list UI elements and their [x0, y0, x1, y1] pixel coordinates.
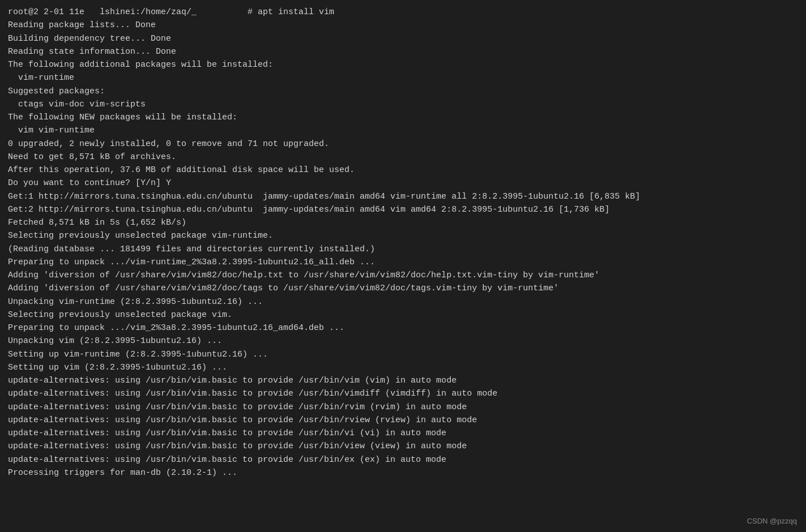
terminal-line-18: Selecting previously unselected package … [8, 229, 798, 242]
terminal-line-28: Setting up vim (2:8.2.3995-1ubuntu2.16) … [8, 361, 798, 374]
terminal-line-21: Adding 'diversion of /usr/share/vim/vim8… [8, 269, 798, 282]
terminal-line-11: 0 upgraded, 2 newly installed, 0 to remo… [8, 138, 798, 151]
terminal-line-34: update-alternatives: using /usr/bin/vim.… [8, 440, 798, 453]
terminal-line-29: update-alternatives: using /usr/bin/vim.… [8, 374, 798, 387]
terminal-line-2: Reading package lists... Done [8, 19, 798, 32]
terminal-line-20: Preparing to unpack .../vim-runtime_2%3a… [8, 256, 798, 269]
terminal-line-22: Adding 'diversion of /usr/share/vim/vim8… [8, 282, 798, 295]
terminal-line-4: Reading state information... Done [8, 45, 798, 58]
terminal-line-19: (Reading database ... 181499 files and d… [8, 243, 798, 256]
terminal-line-9: The following NEW packages will be insta… [8, 111, 798, 124]
terminal-line-31: update-alternatives: using /usr/bin/vim.… [8, 401, 798, 414]
terminal-window: root@2 2-01 11e lshinei:/home/zaq/_ # ap… [0, 0, 806, 532]
terminal-line-17: Fetched 8,571 kB in 5s (1,652 kB/s) [8, 216, 798, 229]
terminal-line-36: Processing triggers for man-db (2.10.2-1… [8, 466, 798, 479]
terminal-line-8: ctags vim-doc vim-scripts [8, 98, 798, 111]
terminal-line-33: update-alternatives: using /usr/bin/vim.… [8, 427, 798, 440]
terminal-line-24: Selecting previously unselected package … [8, 308, 798, 321]
terminal-line-12: Need to get 8,571 kB of archives. [8, 151, 798, 164]
terminal-line-7: Suggested packages: [8, 85, 798, 98]
terminal-line-5: The following additional packages will b… [8, 58, 798, 71]
terminal-line-32: update-alternatives: using /usr/bin/vim.… [8, 414, 798, 427]
terminal-line-23: Unpacking vim-runtime (2:8.2.3995-1ubunt… [8, 295, 798, 308]
terminal-line-15: Get:1 http://mirrors.tuna.tsinghua.edu.c… [8, 190, 798, 203]
terminal-line-35: update-alternatives: using /usr/bin/vim.… [8, 453, 798, 466]
terminal-line-27: Setting up vim-runtime (2:8.2.3995-1ubun… [8, 348, 798, 361]
terminal-line-30: update-alternatives: using /usr/bin/vim.… [8, 387, 798, 400]
terminal-line-25: Preparing to unpack .../vim_2%3a8.2.3995… [8, 321, 798, 334]
terminal-line-26: Unpacking vim (2:8.2.3995-1ubuntu2.16) .… [8, 334, 798, 347]
terminal-line-3: Building dependency tree... Done [8, 32, 798, 45]
terminal-line-16: Get:2 http://mirrors.tuna.tsinghua.edu.c… [8, 203, 798, 216]
terminal-line-10: vim vim-runtime [8, 124, 798, 137]
terminal-line-6: vim-runtime [8, 71, 798, 84]
terminal-line-1: root@2 2-01 11e lshinei:/home/zaq/_ # ap… [8, 6, 798, 19]
watermark: CSDN @pzzqq [747, 517, 797, 525]
terminal-output: root@2 2-01 11e lshinei:/home/zaq/_ # ap… [8, 6, 798, 479]
terminal-line-14: Do you want to continue? [Y/n] Y [8, 177, 798, 190]
terminal-line-13: After this operation, 37.6 MB of additio… [8, 164, 798, 177]
